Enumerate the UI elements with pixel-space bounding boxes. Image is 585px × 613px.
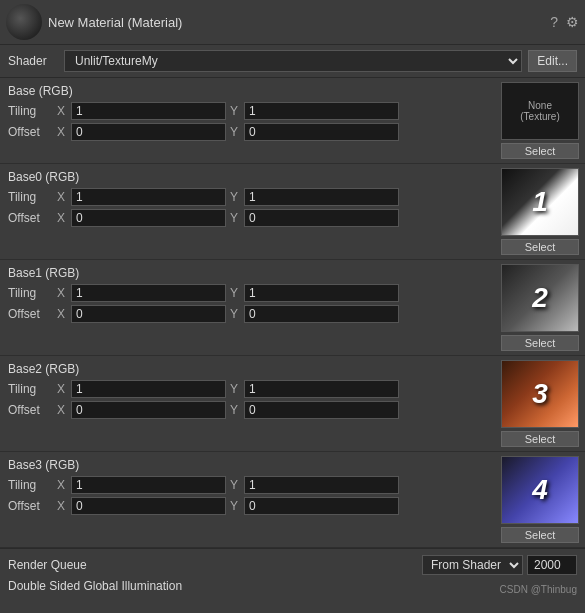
double-sided-label: Double Sided Global Illumination [8,579,577,593]
offset-x-label: X [57,499,67,513]
base3-select-button[interactable]: Select [501,527,579,543]
render-queue-select[interactable]: From Shader [422,555,523,575]
base1-thumb-num: 2 [532,282,548,314]
header-icons: ? ⚙ [550,14,579,30]
section-base3-left: Base3 (RGB) Tiling X Y Offset X Y [0,452,495,547]
shader-label: Shader [8,54,58,68]
render-queue-value[interactable] [527,555,577,575]
base1-tiling-x[interactable] [71,284,226,302]
section-base1-left: Base1 (RGB) Tiling X Y Offset X Y [0,260,495,355]
base3-tiling-row: Tiling X Y [8,476,487,494]
base0-tiling-x[interactable] [71,188,226,206]
window-title: New Material (Material) [48,15,544,30]
base2-tiling-x[interactable] [71,380,226,398]
tiling-x-label: X [57,478,67,492]
section-base: Base (RGB) Tiling X Y Offset X Y None (T… [0,78,585,164]
base1-tiling-y[interactable] [244,284,399,302]
section-base0-title: Base0 (RGB) [8,168,487,188]
tiling-label: Tiling [8,382,53,396]
section-base3: Base3 (RGB) Tiling X Y Offset X Y 4 Sele… [0,452,585,548]
base0-texture-thumb[interactable]: 1 [501,168,579,236]
base0-offset-x[interactable] [71,209,226,227]
base0-select-button[interactable]: Select [501,239,579,255]
base3-tiling-x[interactable] [71,476,226,494]
tiling-x-label: X [57,190,67,204]
offset-y-label: Y [230,499,240,513]
section-base1-title: Base1 (RGB) [8,264,487,284]
tiling-label: Tiling [8,104,53,118]
section-base3-title: Base3 (RGB) [8,456,487,476]
section-base2: Base2 (RGB) Tiling X Y Offset X Y 3 Sele… [0,356,585,452]
tiling-y-label: Y [230,190,240,204]
none-line1: None [528,100,552,111]
section-base-left: Base (RGB) Tiling X Y Offset X Y [0,78,495,163]
base-offset-x[interactable] [71,123,226,141]
section-base2-left: Base2 (RGB) Tiling X Y Offset X Y [0,356,495,451]
base3-texture-panel: 4 Select [495,452,585,547]
offset-label: Offset [8,307,53,321]
base1-texture-thumb[interactable]: 2 [501,264,579,332]
base2-offset-x[interactable] [71,401,226,419]
base1-offset-y[interactable] [244,305,399,323]
help-icon[interactable]: ? [550,14,558,30]
base3-offset-row: Offset X Y [8,497,487,515]
tiling-x-label: X [57,286,67,300]
base2-offset-y[interactable] [244,401,399,419]
base1-offset-row: Offset X Y [8,305,487,323]
edit-button[interactable]: Edit... [528,50,577,72]
offset-label: Offset [8,499,53,513]
base2-texture-panel: 3 Select [495,356,585,451]
base0-tiling-row: Tiling X Y [8,188,487,206]
base3-offset-y[interactable] [244,497,399,515]
tiling-label: Tiling [8,286,53,300]
tiling-y-label: Y [230,104,240,118]
section-base-title: Base (RGB) [8,82,487,102]
offset-x-label: X [57,307,67,321]
base3-texture-thumb[interactable]: 4 [501,456,579,524]
main-content: Base (RGB) Tiling X Y Offset X Y None (T… [0,78,585,548]
bottom-bar: Render Queue From Shader Double Sided Gl… [0,548,585,599]
avatar [6,4,42,40]
base2-tiling-row: Tiling X Y [8,380,487,398]
base-tiling-y[interactable] [244,102,399,120]
base-offset-row: Offset X Y [8,123,487,141]
render-queue-label: Render Queue [8,558,422,572]
section-base1: Base1 (RGB) Tiling X Y Offset X Y 2 Sele… [0,260,585,356]
shader-select[interactable]: Unlit/TextureMy [64,50,522,72]
base0-tiling-y[interactable] [244,188,399,206]
offset-y-label: Y [230,403,240,417]
tiling-x-label: X [57,382,67,396]
offset-label: Offset [8,403,53,417]
tiling-label: Tiling [8,478,53,492]
base-texture-panel: None (Texture) Select [495,78,585,163]
tiling-label: Tiling [8,190,53,204]
base-offset-y[interactable] [244,123,399,141]
base-select-button[interactable]: Select [501,143,579,159]
base-texture-thumb: None (Texture) [501,82,579,140]
base2-select-button[interactable]: Select [501,431,579,447]
avatar-image [6,4,42,40]
base-tiling-x[interactable] [71,102,226,120]
base2-texture-thumb[interactable]: 3 [501,360,579,428]
base3-offset-x[interactable] [71,497,226,515]
base1-texture-panel: 2 Select [495,260,585,355]
settings-icon[interactable]: ⚙ [566,14,579,30]
tiling-y-label: Y [230,478,240,492]
watermark: CSDN @Thinbug [500,584,577,595]
shader-row: Shader Unlit/TextureMy Edit... [0,45,585,78]
base2-thumb-num: 3 [532,378,548,410]
tiling-y-label: Y [230,286,240,300]
base0-thumb-num: 1 [532,186,548,218]
base1-offset-x[interactable] [71,305,226,323]
offset-y-label: Y [230,307,240,321]
tiling-x-label: X [57,104,67,118]
offset-y-label: Y [230,125,240,139]
base1-select-button[interactable]: Select [501,335,579,351]
offset-x-label: X [57,125,67,139]
base2-tiling-y[interactable] [244,380,399,398]
render-queue-row: Render Queue From Shader [8,555,577,575]
offset-y-label: Y [230,211,240,225]
base0-offset-y[interactable] [244,209,399,227]
section-base0-left: Base0 (RGB) Tiling X Y Offset X Y [0,164,495,259]
base3-tiling-y[interactable] [244,476,399,494]
